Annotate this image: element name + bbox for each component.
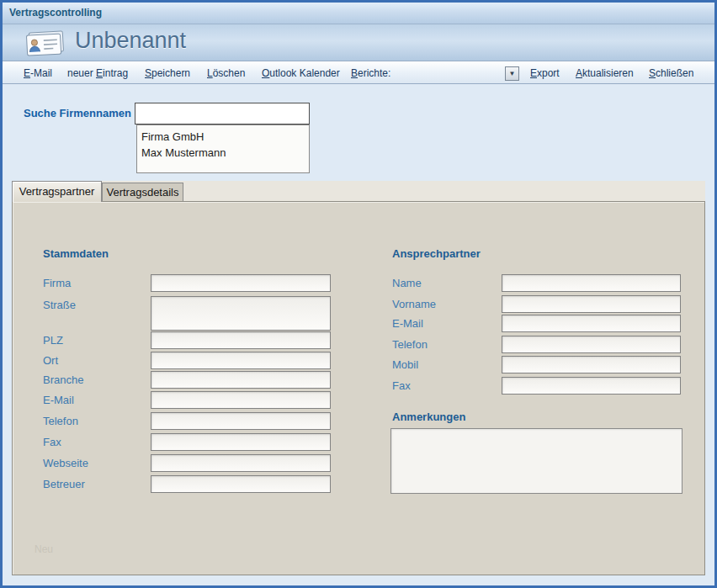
tab-vertragsdetails[interactable]: Vertragsdetails (102, 183, 183, 201)
window-title: Vertragscontrolling (9, 3, 102, 24)
field-label-webseite: Webseite (43, 457, 88, 469)
berichte-dropdown[interactable]: ▼ (505, 66, 519, 81)
label-part: B (351, 67, 358, 79)
app-header: Unbenannt (3, 24, 714, 61)
window-titlebar[interactable]: Vertragscontrolling (3, 3, 714, 24)
field-label-name: Name (392, 277, 422, 289)
label-part: peichern (151, 67, 190, 79)
tab-vertragspartner[interactable]: Vertragspartner (12, 181, 102, 202)
betreuer-input[interactable] (151, 475, 331, 493)
contact-card-icon (24, 29, 66, 61)
ap-fax-input[interactable] (502, 377, 681, 395)
label-part: intrag (103, 67, 128, 79)
field-label-ap-fax: Fax (392, 379, 411, 392)
fax-input[interactable] (151, 433, 331, 451)
page-title: Unbenannt (75, 28, 186, 54)
toolbar-item-schliessen[interactable]: Schließen (649, 62, 693, 84)
field-label-email: E-Mail (43, 394, 74, 406)
toolbar-item-aktualisieren[interactable]: Aktualisieren (576, 62, 634, 84)
field-label-betreuer: Betreuer (43, 478, 85, 490)
toolbar-item-neuer-eintrag[interactable]: neuer Eintrag (67, 62, 128, 84)
search-input[interactable] (135, 103, 310, 124)
anmerkungen-input[interactable] (390, 428, 682, 494)
label-part: A (576, 67, 582, 79)
search-label: Suche Firmennamen (24, 103, 131, 124)
field-label-ap-email: E-Mail (392, 317, 423, 330)
label-part: O (262, 67, 269, 79)
toolbar-item-outlook-kalender[interactable]: Outlook Kalender (262, 62, 340, 84)
form-row: Fax (13, 377, 704, 395)
ap-vorname-input[interactable] (502, 295, 681, 313)
label-part: utlook Kalender (269, 67, 339, 79)
status-text: Neu (35, 543, 53, 555)
label-part: xport (537, 67, 560, 79)
label-part: E (24, 67, 30, 79)
ap-email-input[interactable] (502, 315, 681, 332)
label-part: öschen (213, 67, 246, 79)
label-part: neuer (67, 67, 96, 79)
ansprechpartner-heading: Ansprechpartner (392, 247, 481, 260)
form-row: Telefon (13, 412, 704, 430)
stammdaten-heading: Stammdaten (43, 247, 109, 260)
form-row: Mobil (13, 356, 704, 373)
webseite-input[interactable] (151, 454, 331, 472)
field-label-vorname: Vorname (392, 298, 436, 310)
label-part: ktualisieren (582, 67, 634, 79)
label-part: S (649, 67, 656, 79)
toolbar-item-loeschen[interactable]: Löschen (207, 62, 245, 84)
form-row: E-Mail (13, 315, 704, 332)
app-window: Vertragscontrolling Unbenannt E-Mail neu… (0, 0, 717, 588)
toolbar-item-berichte[interactable]: Berichte: (351, 62, 390, 84)
ap-mobil-input[interactable] (502, 356, 681, 373)
label-part: E (530, 67, 537, 79)
anmerkungen-heading: Anmerkungen (392, 411, 465, 423)
label-part: erichte: (358, 67, 390, 79)
label-part: -Mail (30, 67, 52, 79)
suggestion-item[interactable]: Firma GmbH (137, 129, 309, 145)
toolbar-item-speichern[interactable]: Speichern (145, 62, 190, 84)
toolbar-item-email[interactable]: E-Mail (24, 62, 52, 84)
search-suggestions: Firma GmbH Max Mustermann (136, 124, 310, 173)
ap-name-input[interactable] (502, 274, 681, 292)
form-row: Telefon (13, 336, 704, 353)
suggestion-item[interactable]: Max Mustermann (137, 145, 309, 161)
dropdown-arrow-icon: ▼ (509, 71, 516, 77)
tab-panel-vertragspartner: Stammdaten Firma Straße PLZ Ort Branche … (12, 201, 705, 575)
label-part: chließen (656, 67, 693, 79)
field-label-fax: Fax (43, 436, 61, 448)
toolbar-item-export[interactable]: Export (530, 62, 560, 84)
label-part: L (207, 67, 213, 79)
field-label-mobil: Mobil (392, 358, 418, 371)
telefon-input[interactable] (151, 412, 331, 430)
label-part: S (145, 67, 151, 79)
label-part: E (96, 67, 103, 79)
ap-telefon-input[interactable] (502, 336, 681, 353)
toolbar: E-Mail neuer Eintrag Speichern Löschen O… (3, 61, 714, 84)
form-row: Name (13, 274, 704, 292)
field-label-ap-telefon: Telefon (392, 338, 428, 351)
form-row: Vorname (13, 295, 704, 313)
field-label-telefon: Telefon (43, 415, 78, 427)
